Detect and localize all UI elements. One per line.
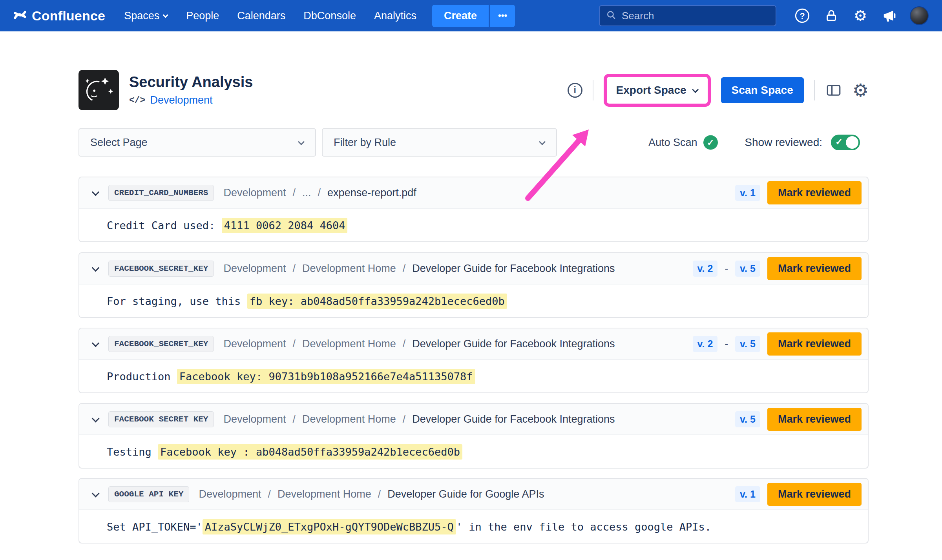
mark-reviewed-button[interactable]: Mark reviewed	[767, 332, 862, 356]
finding-card: FACEBOOK_SECRET_KEY Development / Develo…	[78, 252, 869, 318]
nav-item-spaces[interactable]: Spaces	[124, 10, 168, 22]
finding-snippet: Testing Facebook key : ab048ad50ffa33959…	[79, 435, 868, 469]
collapse-chevron-icon[interactable]	[92, 490, 100, 498]
mark-reviewed-button[interactable]: Mark reviewed	[767, 408, 862, 431]
breadcrumb-item[interactable]: Developer Guide for Google APIs	[387, 488, 544, 500]
breadcrumb-separator: /	[403, 413, 406, 425]
nav-item-people[interactable]: People	[186, 10, 219, 22]
finding-card: FACEBOOK_SECRET_KEY Development / Develo…	[78, 403, 869, 469]
create-cluster: Create •••	[432, 5, 515, 27]
breadcrumb-item[interactable]: Development	[223, 263, 286, 275]
breadcrumb-item[interactable]: ...	[302, 187, 311, 199]
version-badge[interactable]: v. 5	[735, 261, 760, 277]
lock-icon[interactable]	[823, 7, 840, 24]
filter-by-rule-dropdown[interactable]: Filter by Rule	[322, 128, 557, 157]
gear-icon[interactable]: ⚙	[852, 7, 869, 24]
version-badge[interactable]: v. 1	[735, 185, 760, 201]
nav-links: Spaces People Calendars DbConsole Analyt…	[124, 10, 416, 22]
breadcrumb-item[interactable]: Development Home	[302, 413, 396, 425]
search-input[interactable]	[622, 10, 769, 22]
breadcrumb-separator: /	[403, 263, 406, 275]
finding-snippet: Credit Card used: 4111 0062 2084 4604	[79, 209, 868, 242]
divider	[814, 80, 815, 100]
select-page-dropdown[interactable]: Select Page	[78, 128, 316, 157]
search-icon	[606, 10, 616, 22]
mark-reviewed-button[interactable]: Mark reviewed	[767, 483, 862, 506]
breadcrumb-item[interactable]: Development Home	[302, 263, 396, 275]
finding-actions: v. 1 Mark reviewed	[735, 483, 862, 506]
annotation-highlight-box: Export Space	[604, 74, 711, 107]
space-link[interactable]: Development	[150, 94, 212, 106]
confluence-logo-icon	[13, 8, 27, 23]
breadcrumb-item[interactable]: Developer Guide for Facebook Integration…	[412, 413, 615, 425]
space-row: </> Development	[129, 94, 253, 106]
export-space-button[interactable]: Export Space	[611, 80, 704, 100]
divider	[593, 80, 593, 100]
rule-badge: FACEBOOK_SECRET_KEY	[108, 336, 214, 352]
create-more-button[interactable]: •••	[490, 5, 515, 27]
snippet-text: Testing	[107, 446, 158, 458]
breadcrumb-item[interactable]: Developer Guide for Facebook Integration…	[412, 263, 615, 275]
snippet-text: ' in the env file to access google APIs.	[456, 521, 711, 533]
space-settings-icon[interactable]: ⚙	[853, 81, 869, 99]
version-badge[interactable]: v. 5	[735, 336, 760, 352]
confluence-home-link[interactable]: Confluence	[13, 8, 105, 24]
breadcrumb-item[interactable]: Development Home	[277, 488, 371, 500]
breadcrumb-item[interactable]: Development	[223, 413, 286, 425]
version-badge[interactable]: v. 5	[735, 411, 760, 427]
megaphone-icon[interactable]	[881, 7, 898, 24]
breadcrumb-item[interactable]: Development	[223, 338, 286, 350]
finding-header: FACEBOOK_SECRET_KEY Development / Develo…	[79, 328, 868, 360]
chevron-down-icon	[298, 139, 305, 145]
user-avatar[interactable]	[910, 6, 929, 25]
finding-snippet: Production Facebook key: 90731b9b108a952…	[79, 360, 868, 393]
collapse-chevron-icon[interactable]	[92, 188, 100, 196]
snippet-text: Production	[107, 370, 177, 383]
auto-scan-status: Auto Scan ✓	[648, 135, 718, 150]
brand-name: Confluence	[32, 8, 105, 24]
rule-badge: FACEBOOK_SECRET_KEY	[108, 411, 214, 427]
top-navbar: Confluence Spaces People Calendars DbCon…	[0, 0, 942, 31]
chevron-down-icon	[692, 86, 699, 93]
mark-reviewed-button[interactable]: Mark reviewed	[767, 257, 862, 280]
info-icon[interactable]: i	[568, 83, 582, 98]
rule-badge: FACEBOOK_SECRET_KEY	[108, 261, 214, 277]
breadcrumb-item[interactable]: Development Home	[302, 338, 396, 350]
create-button[interactable]: Create	[432, 5, 489, 27]
breadcrumb-item[interactable]: Development	[199, 488, 261, 500]
version-badge[interactable]: v. 1	[735, 486, 760, 502]
breadcrumb-separator: /	[293, 187, 296, 199]
chevron-down-icon	[163, 13, 168, 18]
help-icon[interactable]: ?	[794, 7, 811, 24]
finding-header: GOOGLE_API_KEY Development / Development…	[79, 479, 868, 510]
breadcrumb: Development / Development Home / Develop…	[223, 263, 615, 275]
nav-item-calendars[interactable]: Calendars	[237, 10, 285, 22]
nav-item-analytics[interactable]: Analytics	[374, 10, 416, 22]
collapse-chevron-icon[interactable]	[92, 415, 100, 423]
global-search[interactable]	[599, 5, 776, 26]
collapse-chevron-icon[interactable]	[92, 339, 100, 347]
breadcrumb-item[interactable]: expense-report.pdf	[327, 187, 416, 199]
confluence-page: Confluence Spaces People Calendars DbCon…	[0, 0, 942, 560]
nav-item-label: Spaces	[124, 10, 159, 22]
breadcrumb-item[interactable]: Developer Guide for Facebook Integration…	[412, 338, 615, 350]
scan-space-button[interactable]: Scan Space	[721, 77, 804, 103]
mark-reviewed-button[interactable]: Mark reviewed	[767, 181, 862, 204]
check-icon: ✓	[835, 137, 843, 147]
sidebar-layout-icon[interactable]	[825, 82, 842, 99]
finding-actions: v. 5 Mark reviewed	[735, 408, 862, 431]
collapse-chevron-icon[interactable]	[92, 264, 100, 272]
version-badge[interactable]: v. 2	[693, 261, 718, 277]
nav-item-dbconsole[interactable]: DbConsole	[303, 10, 356, 22]
finding-card: CREDIT_CARD_NUMBERS Development / ... / …	[78, 177, 869, 242]
snippet-highlight: 4111 0062 2084 4604	[222, 218, 348, 233]
page-header: Security Analysis </> Development i Expo…	[78, 70, 869, 110]
show-reviewed-toggle[interactable]: ✓	[831, 135, 860, 150]
version-badge[interactable]: v. 2	[693, 336, 718, 352]
space-avatar[interactable]	[78, 70, 119, 110]
snippet-text: Set API_TOKEN='	[107, 521, 203, 533]
breadcrumb-item[interactable]: Development	[223, 187, 286, 199]
title-block: Security Analysis </> Development	[129, 74, 253, 106]
snippet-highlight: fb key: ab048ad50ffa33959a242b1ecec6ed0b	[247, 294, 507, 309]
rule-badge: CREDIT_CARD_NUMBERS	[108, 185, 214, 201]
